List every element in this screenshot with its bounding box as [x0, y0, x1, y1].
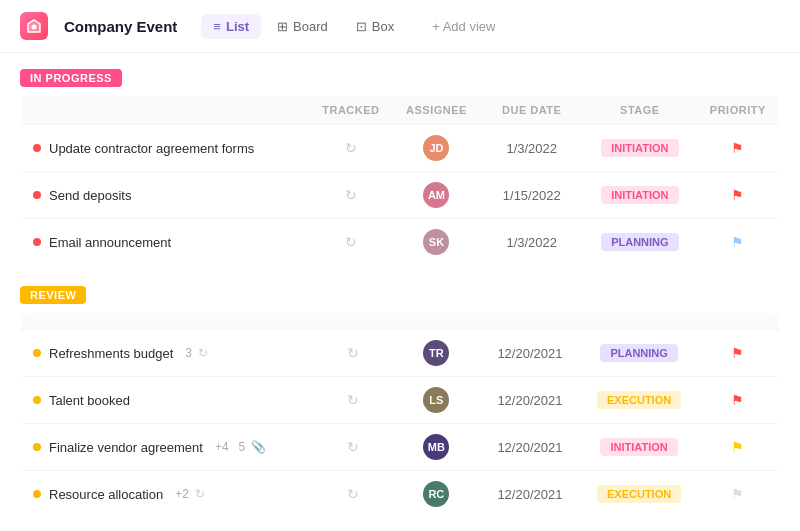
refresh-icon[interactable]: ↻ — [195, 487, 205, 501]
stage-cell: PLANNING — [582, 330, 696, 377]
review-table: Refreshments budget 3 ↻ ↻ TR — [20, 312, 780, 518]
tracked-icon[interactable]: ↻ — [324, 486, 383, 502]
task-dot — [33, 144, 41, 152]
task-name: Refreshments budget — [49, 346, 173, 361]
stage-cell: INITIATION — [582, 424, 696, 471]
tracked-cell: ↻ — [309, 125, 393, 172]
col-header-due: DUE DATE — [480, 96, 583, 125]
stage-badge: INITIATION — [601, 139, 678, 157]
table-header-row: TRACKED ASSIGNEE DUE DATE STAGE PRIORITY — [21, 96, 780, 125]
tracked-icon[interactable]: ↻ — [324, 439, 383, 455]
tracked-icon[interactable]: ↻ — [324, 345, 383, 361]
due-date: 12/20/2021 — [490, 440, 570, 455]
avatar: JD — [423, 135, 449, 161]
tracked-icon[interactable]: ↻ — [321, 187, 381, 203]
avatar: SK — [423, 229, 449, 255]
board-icon: ⊞ — [277, 19, 288, 34]
task-name: Send deposits — [49, 188, 131, 203]
col-header-assignee: ASSIGNEE — [393, 96, 480, 125]
priority-cell: ⚑ — [696, 330, 779, 377]
view-tabs: ≡ List ⊞ Board ⊡ Box — [201, 14, 406, 39]
stage-badge: INITIATION — [601, 186, 678, 204]
col-header-due — [478, 313, 582, 330]
tracked-icon[interactable]: ↻ — [321, 140, 381, 156]
tracked-icon[interactable]: ↻ — [321, 234, 381, 250]
refresh-icon[interactable]: ↻ — [198, 346, 208, 360]
priority-cell: ⚑ — [697, 219, 780, 266]
due-date: 12/20/2021 — [490, 487, 570, 502]
task-name: Email announcement — [49, 235, 171, 250]
review-badge: REVIEW — [20, 286, 86, 304]
table-row: Finalize vendor agreement +4 5 📎 ↻ MB — [21, 424, 780, 471]
task-dot — [33, 443, 41, 451]
section-review: REVIEW Refreshments bud — [20, 286, 780, 518]
stage-badge: EXECUTION — [597, 485, 681, 503]
section-in-progress: IN PROGRESS TRACKED ASSIGNEE DUE DATE ST… — [20, 69, 780, 266]
task-name: Update contractor agreement forms — [49, 141, 254, 156]
meta-count2: 5 — [239, 440, 246, 454]
tracked-icon[interactable]: ↻ — [324, 392, 383, 408]
due-date: 1/15/2022 — [492, 188, 571, 203]
table-row: Send deposits ↻ AM 1/15/2022 INITIATION — [21, 172, 780, 219]
priority-flag: ⚑ — [709, 187, 767, 203]
avatar: TR — [423, 340, 449, 366]
priority-cell: ⚑ — [697, 125, 780, 172]
meta-count: 3 — [185, 346, 192, 360]
tab-box[interactable]: ⊡ Box — [344, 14, 406, 39]
table-row: Email announcement ↻ SK 1/3/2022 PLANNIN… — [21, 219, 780, 266]
in-progress-header: IN PROGRESS — [20, 69, 780, 87]
stage-badge: INITIATION — [600, 438, 677, 456]
box-icon: ⊡ — [356, 19, 367, 34]
stage-badge: EXECUTION — [597, 391, 681, 409]
add-view-button[interactable]: + Add view — [422, 14, 505, 39]
col-header-priority: PRIORITY — [697, 96, 780, 125]
tab-list[interactable]: ≡ List — [201, 14, 261, 39]
due-date-cell: 12/20/2021 — [478, 471, 582, 518]
due-date-cell: 12/20/2021 — [478, 330, 582, 377]
attachment-icon: 📎 — [251, 440, 266, 454]
table-row: Refreshments budget 3 ↻ ↻ TR — [21, 330, 780, 377]
col-header-task — [21, 96, 310, 125]
table-row: Talent booked ↻ LS 12/20/2021 EXECUTION — [21, 377, 780, 424]
due-date: 1/3/2022 — [492, 141, 571, 156]
table-row: Resource allocation +2 ↻ ↻ RC — [21, 471, 780, 518]
priority-flag: ⚑ — [708, 392, 767, 408]
task-name: Resource allocation — [49, 487, 163, 502]
assignee-cell: RC — [395, 471, 478, 518]
priority-flag: ⚑ — [708, 439, 767, 455]
due-date-cell: 1/3/2022 — [480, 219, 583, 266]
col-header-tracked — [312, 313, 395, 330]
assignee-cell: AM — [393, 172, 480, 219]
assignee-cell: SK — [393, 219, 480, 266]
tracked-cell: ↻ — [309, 172, 393, 219]
app-title: Company Event — [64, 18, 177, 35]
due-date: 12/20/2021 — [490, 346, 570, 361]
task-name-cell: Update contractor agreement forms — [21, 125, 310, 172]
tab-board[interactable]: ⊞ Board — [265, 14, 340, 39]
stage-cell: INITIATION — [583, 172, 696, 219]
avatar: RC — [423, 481, 449, 507]
tracked-cell: ↻ — [312, 424, 395, 471]
due-date-cell: 12/20/2021 — [478, 377, 582, 424]
priority-flag: ⚑ — [709, 234, 767, 250]
tracked-cell: ↻ — [312, 377, 395, 424]
avatar: MB — [423, 434, 449, 460]
tracked-cell: ↻ — [312, 330, 395, 377]
task-name: Talent booked — [49, 393, 130, 408]
in-progress-badge: IN PROGRESS — [20, 69, 122, 87]
svg-point-0 — [32, 25, 37, 30]
meta-count: +4 — [215, 440, 229, 454]
task-dot — [33, 238, 41, 246]
tracked-cell: ↻ — [312, 471, 395, 518]
stage-cell: INITIATION — [583, 125, 696, 172]
meta-count: +2 — [175, 487, 189, 501]
due-date-cell: 12/20/2021 — [478, 424, 582, 471]
task-meta: +2 ↻ — [175, 487, 205, 501]
priority-cell: ⚑ — [696, 471, 779, 518]
due-date-cell: 1/15/2022 — [480, 172, 583, 219]
priority-flag: ⚑ — [709, 140, 767, 156]
stage-badge: PLANNING — [601, 233, 678, 251]
task-dot — [33, 490, 41, 498]
priority-cell: ⚑ — [696, 377, 779, 424]
priority-cell: ⚑ — [697, 172, 780, 219]
